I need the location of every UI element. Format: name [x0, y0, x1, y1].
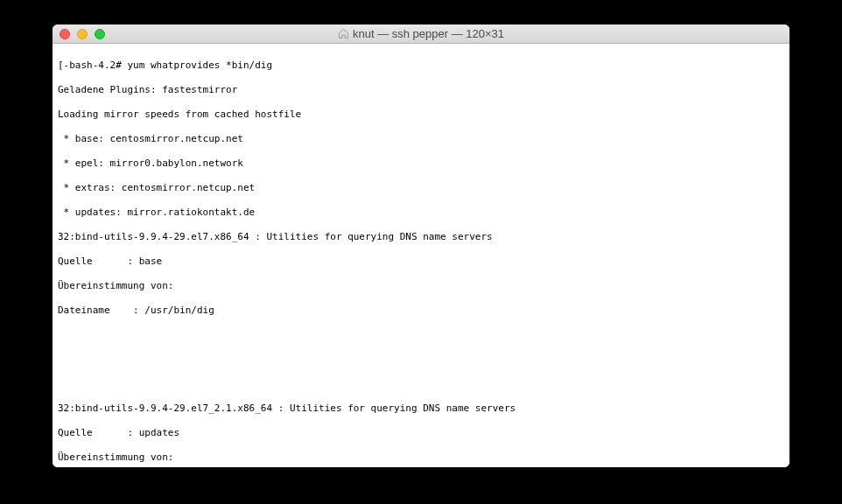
terminal-line: * extras: centosmirror.netcup.net: [58, 182, 784, 194]
terminal-line: * base: centosmirror.netcup.net: [58, 133, 784, 145]
terminal-line: 32:bind-utils-9.9.4-29.el7_2.1.x86_64 : …: [58, 402, 784, 415]
terminal-line: Übereinstimmung von:: [58, 452, 784, 464]
home-icon: [338, 28, 349, 39]
traffic-lights: [60, 29, 105, 39]
terminal-line: Loading mirror speeds from cached hostfi…: [58, 108, 784, 121]
close-button[interactable]: [60, 29, 70, 39]
titlebar[interactable]: knut — ssh pepper — 120×31: [53, 24, 789, 44]
terminal-line: * updates: mirror.ratiokontakt.de: [58, 206, 784, 219]
terminal-line: Dateiname : /usr/bin/dig: [58, 304, 784, 317]
minimize-button[interactable]: [77, 29, 88, 39]
terminal-line: [58, 354, 784, 366]
window-title-text: knut — ssh pepper — 120×31: [353, 27, 504, 40]
maximize-button[interactable]: [95, 29, 105, 39]
terminal-line: Quelle : updates: [58, 427, 784, 439]
terminal-line: [58, 378, 784, 390]
terminal-line: Quelle : base: [58, 256, 784, 268]
terminal-window: knut — ssh pepper — 120×31 [-bash-4.2# y…: [53, 24, 789, 467]
terminal-line: [-bash-4.2# yum whatprovides *bin/dig: [58, 60, 784, 72]
terminal-line: [58, 329, 784, 341]
terminal-body[interactable]: [-bash-4.2# yum whatprovides *bin/dig Ge…: [53, 44, 789, 467]
terminal-line: Geladene Plugins: fastestmirror: [58, 84, 784, 96]
terminal-line: 32:bind-utils-9.9.4-29.el7.x86_64 : Util…: [58, 231, 784, 243]
terminal-line: * epel: mirror0.babylon.network: [58, 158, 784, 170]
terminal-line: Übereinstimmung von:: [58, 280, 784, 292]
window-title: knut — ssh pepper — 120×31: [53, 27, 789, 40]
